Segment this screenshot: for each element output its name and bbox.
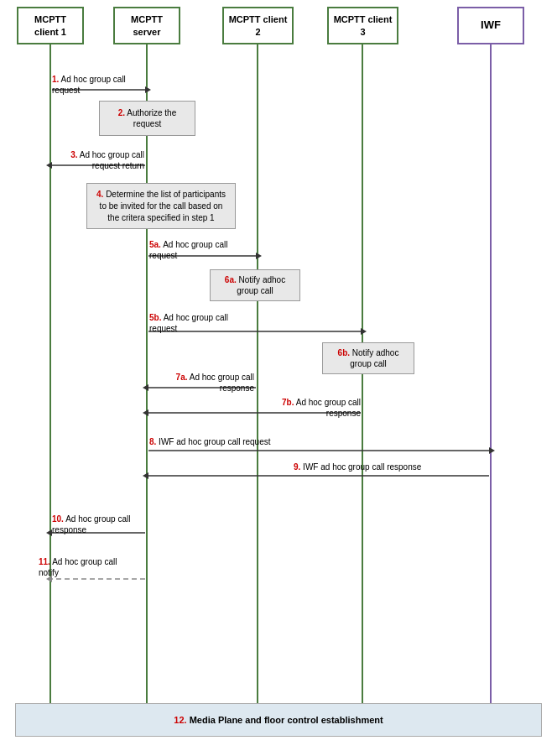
svg-marker-22	[46, 529, 52, 536]
entity-client1: MCPTT client 1	[17, 7, 84, 44]
entity-server: MCPTT server	[113, 7, 180, 44]
label-11: 11. Ad hoc group callnotify	[39, 556, 139, 578]
svg-marker-16	[143, 409, 148, 416]
label-9: 9. IWF ad hoc group call response	[294, 461, 421, 472]
label-1: 1. Ad hoc group callrequest	[52, 74, 126, 96]
sequence-diagram: MCPTT client 1 MCPTT server MCPTT client…	[0, 0, 557, 756]
svg-marker-10	[256, 253, 262, 259]
process-box-2: 2. Authorize therequest	[99, 101, 195, 136]
label-10: 10. Ad hoc group callresponse	[52, 514, 144, 535]
label-7a: 7a. Ad hoc group callresponse	[149, 372, 254, 394]
label-8: 8. IWF ad hoc group call request	[149, 436, 271, 447]
process-box-4: 4. Determine the list of participantsto …	[86, 183, 236, 229]
process-box-6b: 6b. Notify adhocgroup call	[322, 342, 414, 374]
svg-marker-20	[143, 472, 148, 479]
entity-client2: MCPTT client 2	[222, 7, 294, 44]
svg-marker-8	[46, 162, 52, 169]
entity-client3: MCPTT client 3	[327, 7, 398, 44]
process-box-12: 12. Media Plane and floor control establ…	[15, 703, 542, 737]
svg-marker-12	[361, 328, 367, 335]
arrows-layer	[0, 0, 557, 756]
svg-marker-18	[489, 447, 495, 454]
entity-iwf: IWF	[457, 7, 524, 44]
process-box-6a: 6a. Notify adhocgroup call	[210, 269, 300, 301]
label-3: 3. Ad hoc group callrequest return	[52, 149, 144, 171]
label-7b: 7b. Ad hoc group callresponse	[256, 397, 361, 419]
label-5b: 5b. Ad hoc group callrequest	[149, 312, 228, 334]
label-5a: 5a. Ad hoc group callrequest	[149, 239, 227, 261]
svg-marker-14	[143, 384, 148, 391]
svg-marker-6	[145, 86, 151, 93]
